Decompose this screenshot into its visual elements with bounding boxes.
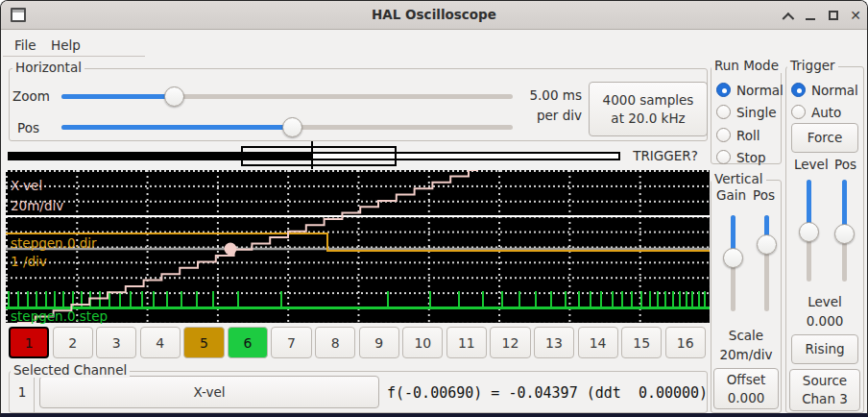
channel-button-13[interactable]: 13 (534, 327, 574, 358)
channel-button-3[interactable]: 3 (96, 327, 136, 358)
trigger-level-label: Level (794, 157, 829, 172)
selected-channel-frame-label: Selected Channel (11, 363, 130, 378)
channel-button-9[interactable]: 9 (359, 327, 399, 358)
channel5-scale-label: 1 /div (11, 254, 47, 269)
shade-icon (782, 12, 794, 24)
channel-button-row: 12345678910111213141516 (9, 327, 709, 358)
radio-icon[interactable] (791, 105, 806, 119)
offset-button[interactable]: Offset 0.000 (713, 368, 779, 409)
zoom-label: Zoom (12, 88, 50, 104)
run-mode-stop-label: Stop (736, 150, 766, 165)
radio-icon[interactable] (716, 105, 731, 119)
titlebar: HAL Oscilloscope ✕ (1, 1, 867, 30)
channel-button-10[interactable]: 10 (402, 327, 443, 358)
menubar-separator (3, 56, 145, 57)
horizontal-zoom-slider[interactable] (61, 86, 513, 107)
channel-button-1[interactable]: 1 (9, 327, 49, 358)
trigger-auto-label: Auto (811, 105, 841, 120)
scope-display[interactable]: X-vel 20m/div stepgen.0.dir 1 /div stepg… (6, 170, 710, 323)
time-per-div-caption: per div (500, 108, 582, 123)
run-mode-normal[interactable]: Normal (716, 82, 784, 98)
vertical-pos-label: Pos (753, 187, 775, 203)
level-caption: Level (785, 294, 864, 309)
trigger-pos-slider-thumb[interactable] (834, 224, 855, 244)
gain-slider-thumb[interactable] (723, 248, 743, 268)
trigger-source-button[interactable]: Source Chan 3 (789, 369, 860, 411)
channel-button-14[interactable]: 14 (578, 327, 618, 358)
trigger-pos-label: Pos (834, 157, 856, 172)
menu-file[interactable]: File (9, 36, 42, 55)
pos-slider-thumb[interactable] (282, 117, 302, 137)
radio-selected-icon[interactable] (791, 83, 806, 97)
force-button[interactable]: Force (791, 123, 858, 153)
trigger-frame-label: Trigger (787, 59, 838, 73)
trigger-level-slider[interactable] (799, 180, 819, 282)
offset-caption: Offset (727, 371, 766, 389)
channel-button-12[interactable]: 12 (490, 327, 530, 358)
radio-selected-icon[interactable] (716, 83, 731, 97)
source-value: Chan 3 (802, 390, 848, 408)
channel1-scale-label: 20m/div (11, 198, 63, 213)
close-button[interactable]: ✕ (847, 7, 864, 24)
run-mode-frame-label: Run Mode (711, 59, 782, 73)
trigger-normal[interactable]: Normal (791, 82, 858, 98)
scope-traces (6, 170, 710, 323)
run-mode-single[interactable]: Single (716, 104, 777, 120)
minimize-icon (806, 18, 815, 20)
channel-button-6[interactable]: 6 (228, 327, 268, 358)
zoom-slider-thumb[interactable] (164, 86, 184, 107)
channel-button-5[interactable]: 5 (183, 327, 224, 358)
channel-button-7[interactable]: 7 (271, 327, 311, 358)
channel-button-15[interactable]: 15 (621, 327, 662, 358)
channel5-name-label: stepgen.0.dir (11, 235, 97, 251)
channel-button-2[interactable]: 2 (53, 327, 93, 358)
window-title: HAL Oscilloscope (1, 7, 867, 22)
run-mode-roll-label: Roll (736, 128, 760, 143)
radio-icon[interactable] (716, 128, 731, 142)
run-mode-stop[interactable]: Stop (716, 149, 766, 165)
selected-channel-name-button[interactable]: X-vel (39, 376, 379, 408)
maximize-icon (829, 11, 838, 20)
channel-button-11[interactable]: 11 (446, 327, 487, 358)
scale-value: 20m/div (711, 347, 782, 362)
scale-caption: Scale (711, 328, 782, 343)
time-per-div-value: 5.00 ms (500, 87, 582, 103)
horizontal-frame-label: Horizontal (12, 61, 84, 75)
channel-button-16[interactable]: 16 (665, 327, 706, 358)
channel-button-8[interactable]: 8 (315, 327, 355, 358)
menu-help[interactable]: Help (45, 36, 86, 55)
trigger-auto[interactable]: Auto (791, 104, 841, 120)
offset-value: 0.000 (728, 389, 765, 407)
channel6-name-label: stepgen.0.step (11, 308, 108, 324)
gain-slider[interactable] (723, 215, 743, 311)
selected-channel-number: 1 (12, 384, 32, 400)
stepgen-step-pulses (9, 291, 705, 307)
vertical-pos-slider-thumb[interactable] (757, 234, 777, 255)
run-mode-normal-label: Normal (736, 83, 784, 98)
trigger-position-line[interactable] (311, 141, 313, 169)
radio-icon[interactable] (716, 150, 731, 164)
level-value: 0.000 (785, 313, 864, 329)
pos-slider-fill (61, 125, 292, 130)
shade-button[interactable] (778, 7, 795, 24)
edge-button[interactable]: Rising (791, 334, 858, 364)
zoom-slider-fill (61, 94, 174, 99)
trigger-question-label[interactable]: TRIGGER? (623, 148, 708, 163)
samples-line1: 4000 samples (603, 91, 694, 110)
trigger-pos-slider[interactable] (834, 180, 855, 282)
horizontal-pos-slider[interactable] (61, 117, 513, 137)
app-window: HAL Oscilloscope ✕ File Help Horizontal … (0, 0, 868, 417)
trigger-level-slider-thumb[interactable] (799, 222, 819, 242)
vertical-frame-label: Vertical (711, 172, 766, 186)
record-zoom-window-box[interactable] (241, 146, 397, 166)
run-mode-roll[interactable]: Roll (716, 127, 760, 143)
trigger-point-marker (225, 243, 237, 256)
channel-button-4[interactable]: 4 (140, 327, 181, 358)
minimize-button[interactable] (802, 7, 819, 24)
samples-button[interactable]: 4000 samples at 20.0 kHz (589, 82, 708, 136)
trigger-normal-label: Normal (811, 83, 858, 98)
samples-line2: at 20.0 kHz (611, 110, 685, 128)
maximize-button[interactable] (825, 7, 842, 24)
vertical-pos-slider[interactable] (757, 215, 777, 311)
channel-value-readout: f(-0.00690) = -0.04397 (ddt 0.00000) (387, 384, 708, 402)
